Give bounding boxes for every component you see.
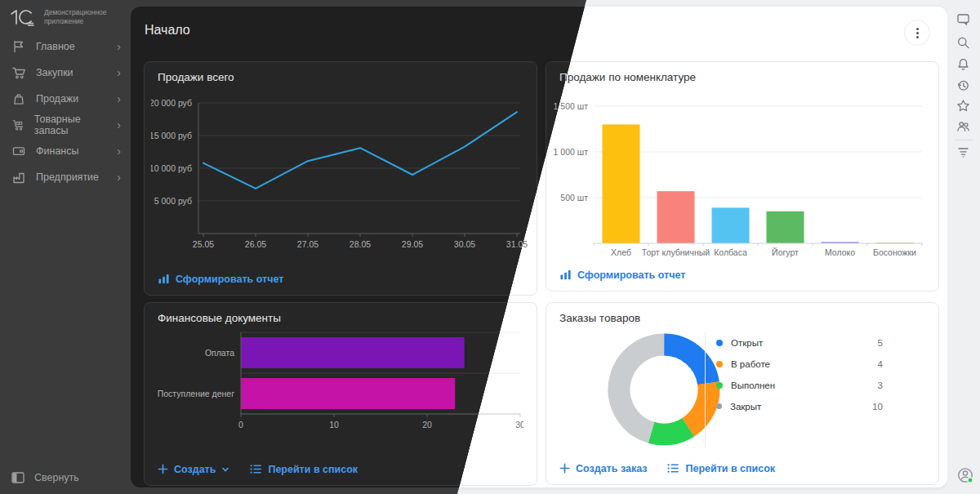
chevron-right-icon: ›: [117, 171, 121, 183]
svg-text:Оплата: Оплата: [205, 348, 234, 358]
card-footer: Сформировать отчет: [559, 269, 685, 281]
more-menu-button[interactable]: [904, 20, 930, 46]
finance-docs-hbar-chart: ОплатаПоступление денег0102030: [158, 327, 523, 432]
chevron-right-icon: ›: [117, 145, 121, 157]
legend-item: В работе4: [716, 357, 883, 371]
card-footer: Создать Перейти в список: [158, 463, 358, 475]
card-title: Продажи всего: [158, 71, 234, 83]
service-menu-icon[interactable]: [956, 145, 970, 162]
legend-dot: [716, 361, 723, 367]
cart-icon: [11, 65, 26, 80]
user-avatar-icon[interactable]: [956, 466, 974, 487]
svg-text:25.05: 25.05: [193, 239, 214, 249]
collapse-sidebar-button[interactable]: Свернуть: [11, 472, 79, 483]
svg-text:28.05: 28.05: [350, 239, 371, 249]
svg-text:27.05: 27.05: [297, 239, 318, 249]
svg-text:Молоко: Молоко: [825, 247, 855, 257]
legend-dot: [716, 340, 723, 346]
card-sales-by-item: Продажи по номенклатуре 500 шт1 000 шт1 …: [546, 61, 939, 292]
list-icon: [249, 463, 262, 475]
card-title: Заказы товаров: [559, 312, 640, 324]
legend-dot: [716, 403, 722, 409]
svg-text:5 000 руб: 5 000 руб: [154, 196, 192, 206]
chevron-right-icon: ›: [117, 41, 121, 52]
plus-icon: [158, 464, 168, 474]
svg-text:26.05: 26.05: [245, 239, 266, 249]
kebab-icon: [916, 28, 919, 30]
go-to-list-link[interactable]: Перейти в список: [249, 463, 358, 475]
svg-text:Хлеб: Хлеб: [611, 247, 631, 257]
bell-icon[interactable]: [956, 57, 970, 74]
svg-text:Торт клубничный: Торт клубничный: [642, 247, 710, 257]
svg-text:Йогурт: Йогурт: [772, 247, 799, 257]
generate-report-link[interactable]: Сформировать отчет: [158, 273, 283, 285]
svg-text:10 000 руб: 10 000 руб: [151, 163, 192, 173]
svg-text:30: 30: [515, 420, 523, 429]
svg-text:Босоножки: Босоножки: [873, 247, 916, 257]
svg-text:Поступление денег: Поступление денег: [158, 389, 234, 398]
app-window: Начало Продажи всего 5 000 руб10 000 руб…: [0, 0, 980, 494]
card-title: Финансовые документы: [158, 312, 281, 324]
card-footer: Сформировать отчет: [158, 273, 283, 285]
legend-item: Выполнен3: [716, 378, 883, 392]
chat-icon[interactable]: [956, 12, 970, 29]
1c-logo: [9, 7, 38, 27]
legend-item: Закрыт10: [716, 399, 883, 413]
sidebar-item-tovarnye-zapasy[interactable]: Товарные запасы ›: [0, 112, 131, 138]
chevron-right-icon: ›: [117, 67, 121, 78]
sales-by-item-bar-chart: 500 шт1 000 шт1 500 штХлебТорт клубничны…: [553, 90, 932, 266]
card-sales-total: Продажи всего 5 000 руб10 000 руб15 000 …: [144, 61, 537, 296]
create-button[interactable]: Создать: [158, 464, 229, 475]
sidebar-item-prodazhi[interactable]: Продажи ›: [0, 86, 131, 112]
svg-text:30.05: 30.05: [454, 239, 475, 249]
star-icon[interactable]: [956, 99, 970, 116]
card-orders: Заказы товаров Открыт5 В работе4 Выполне…: [546, 302, 939, 485]
collapse-panel-icon: [11, 472, 24, 483]
app-name: Демонстрационное приложение: [44, 8, 119, 26]
chevron-right-icon: ›: [117, 119, 121, 131]
orders-donut-chart: [599, 324, 729, 455]
go-to-list-link[interactable]: Перейти в список: [666, 462, 775, 474]
chevron-down-icon: [221, 465, 229, 474]
svg-text:500 шт: 500 шт: [560, 193, 588, 202]
chevron-right-icon: ›: [117, 93, 121, 105]
orders-legend: Открыт5 В работе4 Выполнен3 Закрыт10: [716, 336, 883, 413]
report-chart-icon: [158, 273, 170, 285]
history-icon[interactable]: [956, 78, 970, 96]
users-icon[interactable]: [956, 119, 970, 136]
svg-text:0: 0: [238, 420, 243, 429]
search-icon[interactable]: [956, 36, 970, 53]
svg-text:15 000 руб: 15 000 руб: [151, 131, 192, 140]
bag-icon: [11, 91, 26, 106]
app-logo-row: Демонстрационное приложение: [9, 7, 119, 27]
sidebar-nav: Главное › Закупки › Продажи › Товарные з…: [0, 33, 131, 190]
legend-divider: [705, 332, 706, 448]
online-status-dot: [968, 478, 973, 483]
svg-text:20 000 руб: 20 000 руб: [151, 98, 192, 108]
svg-text:1 000 шт: 1 000 шт: [554, 147, 589, 157]
sidebar-item-predpriyatie[interactable]: Предприятие ›: [0, 164, 131, 190]
wallet-icon: [11, 144, 26, 158]
list-icon: [666, 462, 679, 474]
stock-icon: [11, 118, 24, 132]
right-toolbar: [947, 0, 980, 494]
svg-text:Колбаса: Колбаса: [714, 247, 747, 257]
svg-text:29.05: 29.05: [402, 239, 423, 249]
sidebar: Демонстрационное приложение Главное › За…: [0, 0, 131, 494]
create-order-button[interactable]: Создать заказ: [559, 463, 647, 474]
toolbar-divider: [955, 140, 973, 140]
factory-icon: [11, 170, 26, 185]
flag-icon: [11, 39, 26, 54]
legend-dot: [716, 382, 723, 389]
sidebar-item-zakupki[interactable]: Закупки ›: [0, 60, 131, 86]
report-chart-icon: [559, 269, 572, 281]
legend-item: Открыт5: [716, 336, 883, 349]
card-footer: Создать заказ Перейти в список: [559, 462, 775, 474]
plus-icon: [559, 463, 570, 474]
sidebar-item-glavnoe[interactable]: Главное ›: [0, 33, 131, 60]
generate-report-link[interactable]: Сформировать отчет: [559, 269, 685, 281]
sales-total-line-chart: 5 000 руб10 000 руб15 000 руб20 000 руб2…: [151, 90, 530, 266]
sidebar-item-finansy[interactable]: Финансы ›: [0, 138, 131, 164]
page-title: Начало: [145, 23, 190, 38]
svg-text:10: 10: [329, 420, 339, 429]
